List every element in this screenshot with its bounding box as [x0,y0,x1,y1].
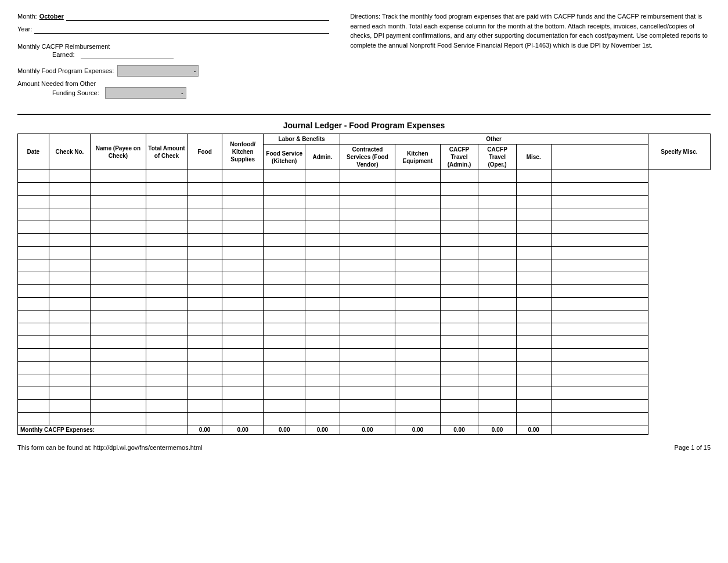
col-header-check-no: Check No. [49,134,91,170]
expenses-value: - [117,65,199,77]
table-row [18,362,711,374]
col-header-nonfood: Nonfood/ Kitchen Supplies [222,134,264,170]
footer-left: This form can be found at: http://dpi.wi… [17,444,203,451]
footer-kitchen-equip: 0.00 [395,425,441,435]
col-header-date: Date [18,134,49,170]
section-divider [17,114,711,115]
col-header-admin: Admin. [305,145,340,170]
footer-row: Monthly CACFP Expenses: 0.00 0.00 0.00 0… [18,425,711,435]
col-header-contracted: Contracted Services (Food Vendor) [340,145,395,170]
table-row [18,349,711,362]
table-row [18,247,711,259]
table-row [18,298,711,311]
ledger-table: Date Check No. Name (Payee on Check) Tot… [17,133,711,435]
footer-right: Page 1 of 15 [675,444,711,451]
footer-cacfp-admin: 0.00 [440,425,478,435]
col-header-specmisc: Specify Misc. [648,134,710,170]
table-row [18,272,711,285]
col-header-kitchen-equip: Kitchen Equipment [395,145,441,170]
footer-total-blank [146,425,188,435]
footer-label: Monthly CACFP Expenses: [18,425,146,435]
footer-nonfood: 0.00 [222,425,264,435]
col-header-cacfp-oper: CACFP Travel (Oper.) [478,145,517,170]
table-row [18,336,711,349]
table-row [18,285,711,298]
table-row [18,323,711,336]
col-header-total: Total Amount of Check [146,134,188,170]
footer-food-service: 0.00 [264,425,305,435]
month-value: October [39,13,64,20]
other-funding-label: Amount Needed from Other [17,80,96,87]
col-header-food: Food [188,134,222,170]
footer-admin: 0.00 [305,425,340,435]
table-row [18,413,711,425]
table-row [18,183,711,196]
table-row [18,259,711,272]
table-row [18,311,711,323]
expenses-label: Monthly Food Program Expenses: [17,67,114,74]
reimbursement-label: Monthly CACFP Reimbursement [17,43,110,50]
footer-cacfp-oper: 0.00 [478,425,517,435]
journal-title: Journal Ledger - Food Program Expenses [17,121,711,130]
table-row [18,400,711,413]
col-header-cacfp-admin: CACFP Travel (Admin.) [440,145,478,170]
month-label: Month: [17,13,37,20]
table-row [18,208,711,221]
other-funding-value: - [105,87,186,99]
reimbursement-sublabel: Earned: [52,51,75,58]
instructions-panel: Directions: Track the monthly food progr… [350,12,711,102]
left-form: Month: October Year: Monthly CACFP Reimb… [17,12,329,102]
col-header-misc: Misc. [516,145,551,170]
col-group-other: Other [340,134,648,145]
table-row [18,374,711,387]
page-footer: This form can be found at: http://dpi.wi… [17,444,711,451]
table-row [18,221,711,234]
table-row [18,170,711,183]
instructions-text: Directions: Track the monthly food progr… [350,12,711,50]
col-header-name: Name (Payee on Check) [91,134,146,170]
table-row [18,387,711,400]
year-label: Year: [17,26,32,33]
other-funding-sublabel: Funding Source: [52,89,99,96]
footer-contracted: 0.00 [340,425,395,435]
footer-specmisc-blank [551,425,648,435]
table-row [18,234,711,247]
col-group-labor: Labor & Benefits [264,134,340,145]
footer-food: 0.00 [188,425,222,435]
footer-misc: 0.00 [516,425,551,435]
table-row [18,196,711,208]
col-header-food-service: Food Service (Kitchen) [264,145,305,170]
